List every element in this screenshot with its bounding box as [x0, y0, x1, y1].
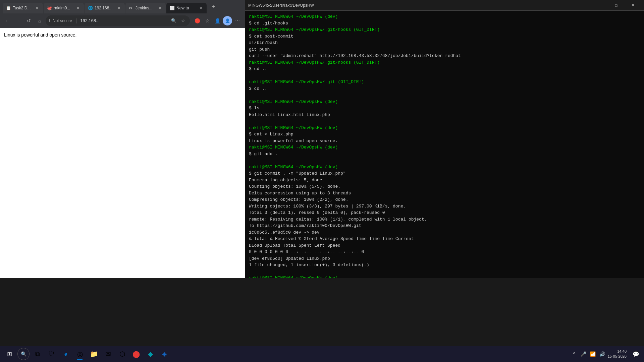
microphone-icon: 🎤 [581, 351, 586, 357]
tab3-favicon: 🌐 [88, 6, 93, 10]
terminal-window-controls: — □ ✕ [592, 0, 641, 11]
terminal-line-40: rakti@MSI MINGW64 ~/DevOpsHW (dev) [249, 275, 640, 278]
taskbar-chrome[interactable]: ◎ [73, 347, 87, 361]
menu-button[interactable]: ⋯ [233, 16, 242, 25]
taskbar-app-blue[interactable]: ◈ [158, 347, 171, 361]
home-button[interactable]: ⌂ [35, 16, 44, 25]
terminal-line-37: [dev ef8d5c0] Updated Linux.php [249, 255, 640, 262]
terminal-line-1: $ cd .git/hooks [249, 20, 640, 27]
profile-avatar[interactable]: 👤 [223, 16, 232, 25]
terminal-line-6: curl --user "admin:redhat" http://192.16… [249, 53, 640, 59]
search-icon: 🔍 [170, 17, 178, 24]
tab1-close-btn[interactable]: ✕ [34, 5, 40, 11]
avatar-image: 👤 [225, 18, 230, 23]
taskbar-app-red[interactable]: ⬤ [129, 347, 143, 361]
terminal-window: MINGW64:/c/Users/rakti/DevOpsHW — □ ✕ ra… [245, 0, 644, 278]
taskview-icon: ⧉ [35, 350, 40, 358]
address-bar[interactable]: ℹ Not secure | 192.168... 🔍 ☆ [46, 15, 190, 26]
tray-clock[interactable]: 14:40 15-05-2020 [608, 349, 627, 359]
browser-tab-2[interactable]: 🐙 raktim0... ✕ [44, 3, 84, 13]
taskbar-defender[interactable]: 🛡 [45, 347, 58, 361]
wifi-icon: 📶 [590, 351, 596, 357]
tab2-close-btn[interactable]: ✕ [75, 5, 80, 11]
taskbar-tray: ^ 🎤 📶 🔊 14:40 15-05-2020 💬 [570, 349, 641, 359]
terminal-line-34: % Total % Received % Xferd Average Speed… [249, 236, 640, 242]
browser-controls: ← → ↺ ⌂ ℹ Not secure | 192.168... 🔍 ☆ 🔴 … [0, 13, 245, 28]
terminal-line-25: Enumerating objects: 5, done. [249, 177, 640, 184]
tray-network-icon[interactable]: 📶 [589, 350, 597, 358]
browser-tab-5[interactable]: ⬜ New ta ✕ [166, 3, 207, 13]
browser-content: Linux is powerful and open source. [0, 28, 245, 278]
taskbar-search-button[interactable]: 🔍 [17, 348, 30, 360]
tab3-close-btn[interactable]: ✕ [116, 5, 121, 11]
tray-show-hidden-button[interactable]: ^ [570, 350, 578, 358]
tab2-label: raktim0... [54, 6, 73, 10]
terminal-line-3: $ cat post-commit [249, 33, 640, 40]
tab4-close-btn[interactable]: ✕ [157, 5, 162, 11]
browser-window: 📋 Task2 D... ✕ 🐙 raktim0... ✕ 🌐 192.168.… [0, 0, 245, 278]
taskbar-edge[interactable]: e [59, 347, 72, 361]
terminal-line-20: rakti@MSI MINGW64 ~/DevOpsHW (dev) [249, 144, 640, 151]
app-blue-icon: ◈ [162, 350, 167, 358]
star-icon[interactable]: ☆ [180, 17, 186, 24]
search-icon: 🔍 [21, 351, 26, 357]
tab1-label: Task2 D... [13, 6, 32, 10]
new-tab-button[interactable]: + [209, 2, 218, 11]
security-label: Not secure [53, 18, 72, 23]
terminal-line-11: $ cd .. [249, 85, 640, 92]
bookmark-button[interactable]: ☆ [203, 16, 212, 25]
taskbar-taskview[interactable]: ⧉ [31, 347, 44, 361]
terminal-minimize-button[interactable]: — [592, 0, 607, 11]
terminal-line-0: rakti@MSI MINGW64 ~/DevOpsHW (dev) [249, 13, 640, 20]
extensions-button[interactable]: 🔴 [193, 16, 202, 25]
terminal-line-7: rakti@MSI MINGW64 ~/DevOpsHW/.git/hooks … [249, 59, 640, 66]
taskbar-mail[interactable]: ✉ [101, 347, 115, 361]
terminal-line-36: 0 0 0 0 0 0 0 0 --:--:-- --:--:-- --:--:… [249, 249, 640, 255]
terminal-line-4: #!/bin/bash [249, 40, 640, 46]
taskbar: ⊞ 🔍 ⧉ 🛡 e ◎ 📁 ✉ ⬡ ⬤ ◆ ◈ ^ 🎤 📶 [0, 346, 644, 362]
terminal-maximize-button[interactable]: □ [608, 0, 624, 11]
terminal-line-15: Hello.html Linux.html Linux.php [249, 112, 640, 118]
terminal-line-2: rakti@MSI MINGW64 ~/DevOpsHW/.git/hooks … [249, 26, 640, 33]
windows-icon: ⊞ [7, 350, 12, 358]
browser-tab-1[interactable]: 📋 Task2 D... ✕ [3, 3, 43, 13]
terminal-title-text: MINGW64:/c/Users/rakti/DevOpsHW [248, 3, 314, 8]
tab-bar: 📋 Task2 D... ✕ 🐙 raktim0... ✕ 🌐 192.168.… [0, 0, 245, 13]
taskbar-explorer[interactable]: 📁 [87, 347, 101, 361]
reload-button[interactable]: ↺ [24, 16, 34, 25]
terminal-line-30: Total 3 (delta 1), reused 0 (delta 0), p… [249, 209, 640, 216]
browser-tab-4[interactable]: ✉ Jenkins... ✕ [125, 3, 166, 13]
terminal-line-29: Writing objects: 100% (3/3), 297 bytes |… [249, 203, 640, 210]
terminal-line-18: $ cat > Linux.php [249, 131, 640, 138]
terminal-line-13: rakti@MSI MINGW64 ~/DevOpsHW (dev) [249, 99, 640, 105]
taskbar-app-teal[interactable]: ◆ [144, 347, 157, 361]
back-button[interactable]: ← [3, 16, 12, 25]
terminal-line-14: $ ls [249, 105, 640, 112]
forward-button[interactable]: → [13, 16, 23, 25]
profile-sync-button[interactable]: 👤 [213, 16, 222, 25]
terminal-line-16 [249, 118, 640, 125]
tab5-label: New ta [176, 6, 196, 10]
tab4-favicon: ✉ [129, 6, 133, 10]
tab5-close-btn[interactable]: ✕ [198, 5, 203, 11]
tray-mic-icon[interactable]: 🎤 [580, 350, 588, 358]
tray-notification-button[interactable]: 💬 [631, 349, 641, 359]
edge-icon: e [64, 351, 67, 358]
terminal-line-21: $ git add . [249, 151, 640, 158]
chrome-icon: ◎ [77, 350, 83, 358]
terminal-line-27: Delta compression using up to 8 threads [249, 190, 640, 197]
clock-date: 15-05-2020 [608, 354, 627, 359]
terminal-line-22 [249, 157, 640, 164]
page-content-text: Linux is powerful and open source. [4, 32, 241, 38]
defender-icon: 🛡 [49, 351, 55, 358]
terminal-content: rakti@MSI MINGW64 ~/DevOpsHW (dev)$ cd .… [245, 11, 644, 278]
tray-volume-icon[interactable]: 🔊 [598, 350, 606, 358]
terminal-line-33: 1c8d6c5..ef8d5c0 dev -> dev [249, 229, 640, 236]
terminal-close-button[interactable]: ✕ [625, 0, 641, 11]
terminal-line-24: $ git commit . -m "Updated Linux.php" [249, 170, 640, 177]
clock-time: 14:40 [608, 349, 627, 354]
chevron-up-icon: ^ [573, 351, 575, 357]
taskbar-box3d[interactable]: ⬡ [115, 347, 129, 361]
browser-tab-3[interactable]: 🌐 192.168... ✕ [85, 3, 125, 13]
start-button[interactable]: ⊞ [3, 347, 16, 361]
